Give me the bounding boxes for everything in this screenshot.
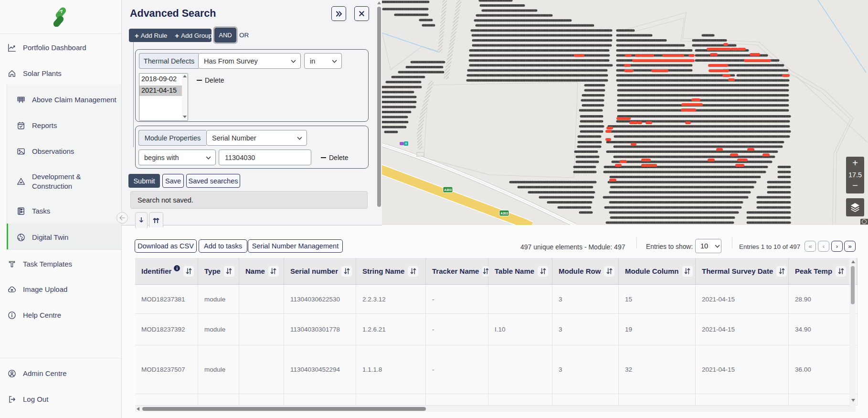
svg-text:A303: A303 [444,188,452,192]
svg-text:A303: A303 [500,212,508,215]
